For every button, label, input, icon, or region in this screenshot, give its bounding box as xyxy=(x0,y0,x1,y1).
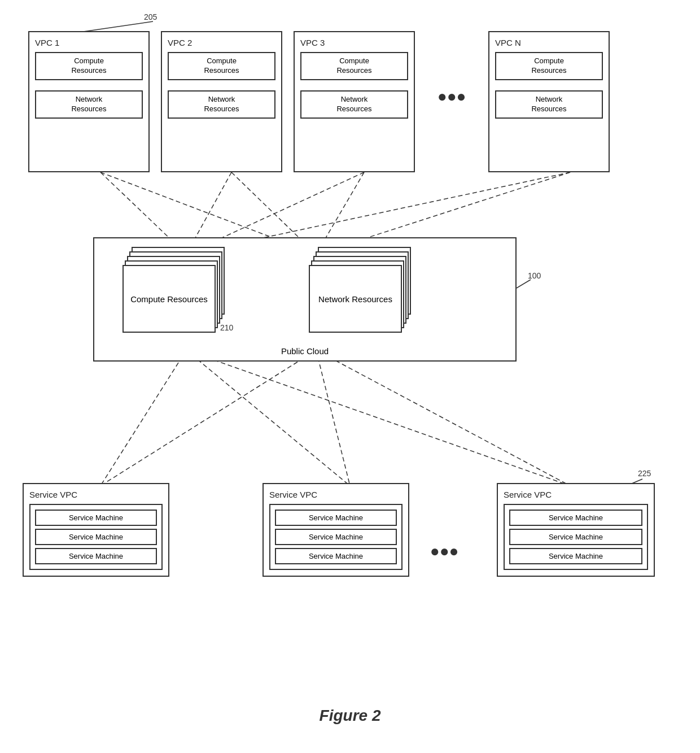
svg-line-8 xyxy=(100,350,186,486)
public-cloud-label: Public Cloud xyxy=(281,346,329,356)
cloud-compute-label: Compute Resources xyxy=(130,294,208,304)
svg-line-12 xyxy=(186,350,570,486)
vpc2-box: VPC 2 ComputeResources NetworkResources xyxy=(161,31,282,172)
vpc1-network: NetworkResources xyxy=(35,90,143,119)
vpc3-box: VPC 3 ComputeResources NetworkResources xyxy=(294,31,415,172)
service-vpc3-inner: Service Machine Service Machine Service … xyxy=(504,504,648,570)
svg-line-9 xyxy=(100,350,316,486)
cloud-network-label: Network Resources xyxy=(318,294,392,304)
vpc-ellipsis: ●●● xyxy=(438,88,466,106)
svg-line-13 xyxy=(316,350,570,486)
figure-caption: Figure 2 xyxy=(320,707,381,725)
service-vpc3-machine1: Service Machine xyxy=(509,510,642,526)
service-vpc1-label: Service VPC xyxy=(29,490,163,499)
service-vpc2-machine1: Service Machine xyxy=(275,510,397,526)
public-cloud-box: Compute Resources Network Resources Publ… xyxy=(93,237,517,362)
svg-line-15 xyxy=(517,280,531,288)
vpc3-compute: ComputeResources xyxy=(300,52,408,80)
service-vpc3-label: Service VPC xyxy=(504,490,648,499)
svg-line-10 xyxy=(186,350,350,486)
vpc1-box: VPC 1 ComputeResources NetworkResources xyxy=(28,31,150,172)
annotation-205: 205 xyxy=(144,12,157,21)
vpc2-label: VPC 2 xyxy=(168,38,275,47)
vpc2-network: NetworkResources xyxy=(168,90,275,119)
vpcN-label: VPC N xyxy=(495,38,603,47)
vpc2-compute: ComputeResources xyxy=(168,52,275,80)
service-vpc2-inner: Service Machine Service Machine Service … xyxy=(269,504,403,570)
vpc1-compute: ComputeResources xyxy=(35,52,143,80)
vpc3-network: NetworkResources xyxy=(300,90,408,119)
vpcN-network: NetworkResources xyxy=(495,90,603,119)
vpcN-box: VPC N ComputeResources NetworkResources xyxy=(488,31,610,172)
annotation-210: 210 xyxy=(220,323,233,332)
service-vpc3-machine3: Service Machine xyxy=(509,548,642,564)
diagram-container: 205 VPC 1 ComputeResources NetworkResour… xyxy=(0,0,700,753)
service-vpc1-machine2: Service Machine xyxy=(35,529,157,545)
service-vpc2-machine2: Service Machine xyxy=(275,529,397,545)
vpc3-label: VPC 3 xyxy=(300,38,408,47)
service-vpc1-machine1: Service Machine xyxy=(35,510,157,526)
annotation-100: 100 xyxy=(528,271,541,280)
service-vpc1-box: Service VPC Service Machine Service Mach… xyxy=(23,483,169,577)
svg-line-11 xyxy=(316,350,350,486)
service-vpc3-box: Service VPC Service Machine Service Mach… xyxy=(497,483,655,577)
service-vpc2-box: Service VPC Service Machine Service Mach… xyxy=(262,483,409,577)
vpc1-label: VPC 1 xyxy=(35,38,143,47)
service-vpc-ellipsis: ●●● xyxy=(430,542,459,560)
service-vpc1-machine3: Service Machine xyxy=(35,548,157,564)
service-vpc2-machine3: Service Machine xyxy=(275,548,397,564)
service-vpc1-inner: Service Machine Service Machine Service … xyxy=(29,504,163,570)
annotation-225: 225 xyxy=(638,469,651,478)
service-vpc3-machine2: Service Machine xyxy=(509,529,642,545)
service-vpc2-label: Service VPC xyxy=(269,490,403,499)
vpcN-compute: ComputeResources xyxy=(495,52,603,80)
